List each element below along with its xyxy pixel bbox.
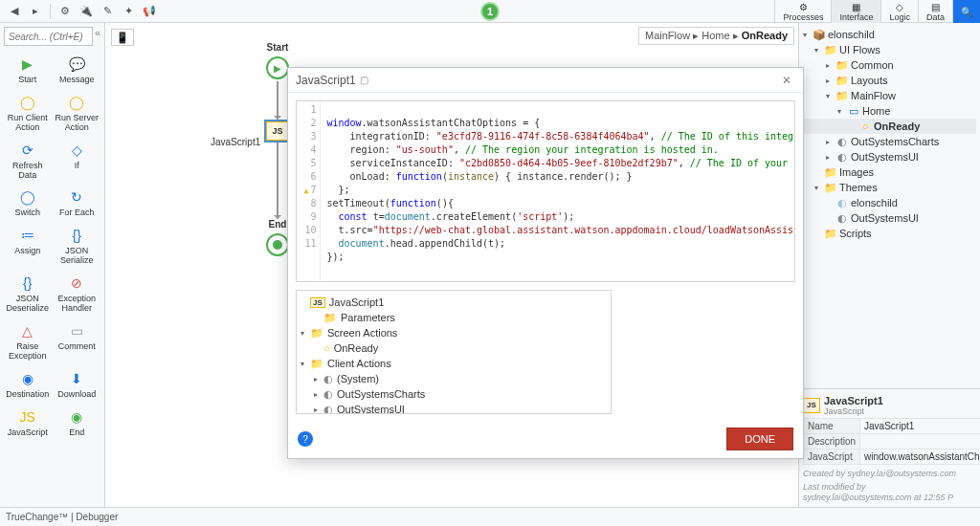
- tree-item-common[interactable]: ▸📁Common: [803, 57, 976, 73]
- properties-panel: JS JavaScript1 JavaScript NameJavaScript…: [799, 388, 980, 507]
- tool-raise-exception[interactable]: △Raise Exception: [4, 318, 52, 364]
- tree-item-mainflow[interactable]: ▾📁MainFlow: [803, 88, 976, 103]
- collapse-icon[interactable]: «: [95, 27, 100, 46]
- tab-interface[interactable]: ▦Interface: [831, 0, 880, 23]
- tool-refresh-data[interactable]: ⟳Refresh Data: [4, 138, 52, 184]
- prop-subtitle: JavaScript: [824, 406, 883, 416]
- search-input[interactable]: [4, 27, 93, 46]
- done-button[interactable]: DONE: [726, 427, 793, 450]
- scope--system-[interactable]: ▸◐(System): [301, 371, 607, 386]
- tool-for-each[interactable]: ↻For Each: [54, 185, 101, 221]
- forward-button[interactable]: ▸: [27, 3, 44, 20]
- tree-item-scripts[interactable]: 📁Scripts: [803, 226, 976, 241]
- start-node[interactable]: ▶: [266, 56, 289, 79]
- start-label: Start: [267, 42, 289, 53]
- element-tree[interactable]: ▾📦elonschild▾📁UI Flows▸📁Common▸📁Layouts▾…: [799, 23, 980, 388]
- top-toolbar: ◀ ▸ ⚙ 🔌 ✎ ✦ 📢 1 ⚙Processes ▦Interface ◇L…: [0, 0, 980, 23]
- close-icon[interactable]: ✕: [778, 74, 795, 87]
- tool-comment[interactable]: ▭Comment: [54, 318, 101, 364]
- wand-icon[interactable]: ✦: [120, 3, 137, 20]
- tree-item-outsystemscharts[interactable]: ▸◐OutSystemsCharts: [803, 134, 976, 149]
- tab-processes[interactable]: ⚙Processes: [774, 0, 831, 23]
- gear-icon[interactable]: ⚙: [56, 3, 74, 20]
- tree-item-onready[interactable]: ○OnReady: [803, 119, 976, 134]
- prop-javascript[interactable]: window.watsonAssistantCh…: [860, 449, 980, 464]
- status-bar: TrueChange™ | Debugger: [0, 507, 980, 526]
- tree-item-outsystemsui[interactable]: ▸◐OutSystemsUI: [803, 149, 976, 164]
- brush-icon[interactable]: ✎: [99, 3, 116, 20]
- scope-javascript1[interactable]: JSJavaScript1: [301, 295, 607, 310]
- end-node[interactable]: [266, 233, 289, 256]
- tool-end[interactable]: ◉End: [54, 405, 101, 441]
- tree-item-outsystemsui[interactable]: ◐OutSystemsUI: [803, 210, 976, 226]
- tree-item-elonschild[interactable]: ◐elonschild: [803, 195, 976, 210]
- tool-json-serialize[interactable]: {}JSON Serialize: [54, 223, 101, 269]
- tree-item-images[interactable]: 📁Images: [803, 164, 976, 180]
- tool-exception-handler[interactable]: ⊘Exception Handler: [54, 271, 101, 317]
- tool-javascript[interactable]: JSJavaScript: [4, 405, 52, 441]
- scope-screen-actions[interactable]: ▾📁Screen Actions: [301, 325, 607, 340]
- javascript-node[interactable]: JS: [266, 121, 289, 141]
- horn-icon[interactable]: 📢: [141, 3, 158, 20]
- js-icon: JS: [803, 398, 820, 413]
- tab-data[interactable]: ▤Data: [918, 0, 952, 23]
- scope-outsystemscharts[interactable]: ▸◐OutSystemsCharts: [301, 386, 607, 402]
- tool-message[interactable]: 💬Message: [54, 52, 101, 88]
- scope-outsystemsui[interactable]: ▸◐OutSystemsUI: [301, 402, 607, 414]
- tree-item-themes[interactable]: ▾📁Themes: [803, 180, 976, 195]
- tree-item-ui-flows[interactable]: ▾📁UI Flows: [803, 42, 976, 57]
- publish-badge[interactable]: 1: [480, 2, 500, 21]
- help-icon[interactable]: ?: [298, 431, 313, 447]
- tool-assign[interactable]: ≔Assign: [4, 223, 52, 269]
- tool-download[interactable]: ⬇Download: [54, 366, 101, 403]
- device-icon[interactable]: 📱: [111, 29, 134, 46]
- prop-name[interactable]: JavaScript1: [860, 418, 980, 433]
- status-left[interactable]: TrueChange™ | Debugger: [6, 512, 118, 522]
- scope-client-actions[interactable]: ▾📁Client Actions: [301, 356, 607, 371]
- plug-icon[interactable]: 🔌: [78, 3, 95, 20]
- javascript-editor-modal: JavaScript1 ▢ ✕ 1234567891011 window.wat…: [287, 67, 804, 459]
- js-node-label: JavaScript1: [211, 137, 260, 147]
- tree-item-elonschild[interactable]: ▾📦elonschild: [803, 27, 976, 42]
- breadcrumb[interactable]: MainFlow ▸ Home ▸ OnReady: [638, 27, 794, 45]
- tab-logic[interactable]: ◇Logic: [880, 0, 918, 23]
- scope-tree[interactable]: JSJavaScript1📁Parameters▾📁Screen Actions…: [296, 290, 612, 414]
- scope-onready[interactable]: ○OnReady: [301, 340, 607, 356]
- tool-json-deserialize[interactable]: {}JSON Deserialize: [4, 271, 52, 317]
- tool-if[interactable]: ◇If: [54, 138, 101, 184]
- tool-start[interactable]: ▶Start: [4, 52, 52, 88]
- prop-description[interactable]: [860, 433, 980, 449]
- created-by: Created by sydney.lai@outsystems.com: [803, 469, 976, 479]
- code-editor[interactable]: 1234567891011 window.watsonAssistantChat…: [296, 100, 795, 282]
- tree-item-home[interactable]: ▾▭Home: [803, 103, 976, 119]
- toolbox: « ▶Start💬Message◯Run Client Action◯Run S…: [0, 23, 105, 507]
- tool-switch[interactable]: ◯Switch: [4, 185, 52, 221]
- prop-title: JavaScript1: [824, 395, 883, 406]
- search-tab[interactable]: 🔍: [952, 0, 980, 23]
- modified-by: Last modified by sydney.lai@outsystems.c…: [803, 482, 976, 503]
- tool-destination[interactable]: ◉Destination: [4, 366, 52, 403]
- right-panel: ▾📦elonschild▾📁UI Flows▸📁Common▸📁Layouts▾…: [798, 23, 980, 507]
- tool-run-client-action[interactable]: ◯Run Client Action: [4, 90, 52, 136]
- modal-title: JavaScript1: [296, 74, 356, 87]
- scope-parameters[interactable]: 📁Parameters: [301, 310, 607, 325]
- maximize-icon[interactable]: ▢: [356, 75, 372, 85]
- back-button[interactable]: ◀: [6, 3, 23, 20]
- tool-run-server-action[interactable]: ◯Run Server Action: [54, 90, 101, 136]
- tree-item-layouts[interactable]: ▸📁Layouts: [803, 73, 976, 88]
